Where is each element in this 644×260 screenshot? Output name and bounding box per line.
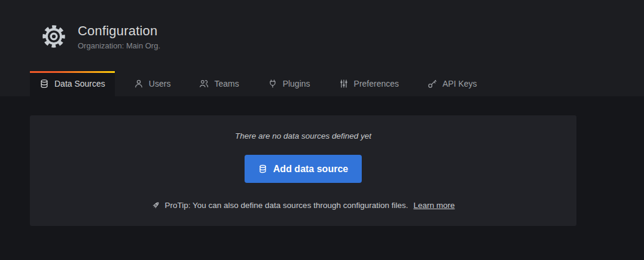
add-data-source-button[interactable]: Add data source <box>245 155 362 183</box>
tab-label: Teams <box>214 79 239 88</box>
grafana-configuration-page: { "header": { "title": "Configuration", … <box>0 0 644 260</box>
gear-icon <box>41 23 67 50</box>
page-content: There are no data sources defined yet Ad… <box>0 96 644 260</box>
page-title: Configuration <box>78 23 160 39</box>
page-header: Configuration Organization: Main Org. Da… <box>0 0 644 96</box>
database-icon <box>258 164 267 173</box>
protip-row: ProTip: You can also define data sources… <box>151 201 454 210</box>
page-subtitle: Organization: Main Org. <box>78 41 160 50</box>
tab-label: API Keys <box>442 79 477 88</box>
plug-icon <box>268 79 277 88</box>
tab-label: Data Sources <box>54 79 105 88</box>
header-titles: Configuration Organization: Main Org. <box>78 23 160 50</box>
add-button-label: Add data source <box>273 164 348 175</box>
users-icon <box>199 79 209 88</box>
tab-preferences[interactable]: Preferences <box>329 71 408 96</box>
config-tabbar: Data Sources Users <box>30 71 644 96</box>
tab-data-sources[interactable]: Data Sources <box>30 71 115 96</box>
user-icon <box>134 79 144 88</box>
tab-teams[interactable]: Teams <box>190 71 248 96</box>
key-icon <box>428 79 437 88</box>
learn-more-link[interactable]: Learn more <box>413 201 454 210</box>
tab-api-keys[interactable]: API Keys <box>418 71 487 96</box>
tab-label: Preferences <box>354 79 399 88</box>
header-title-block: Configuration Organization: Main Org. <box>41 23 160 50</box>
database-icon <box>39 79 49 88</box>
sliders-icon <box>339 79 349 88</box>
rocket-icon <box>151 201 160 210</box>
tab-label: Users <box>149 79 171 88</box>
tab-label: Plugins <box>283 79 310 88</box>
empty-datasources-panel: There are no data sources defined yet Ad… <box>30 115 576 226</box>
empty-state-message: There are no data sources defined yet <box>235 131 371 140</box>
protip-text: ProTip: You can also define data sources… <box>164 201 408 210</box>
tab-users[interactable]: Users <box>124 71 181 96</box>
tab-plugins[interactable]: Plugins <box>258 71 320 96</box>
